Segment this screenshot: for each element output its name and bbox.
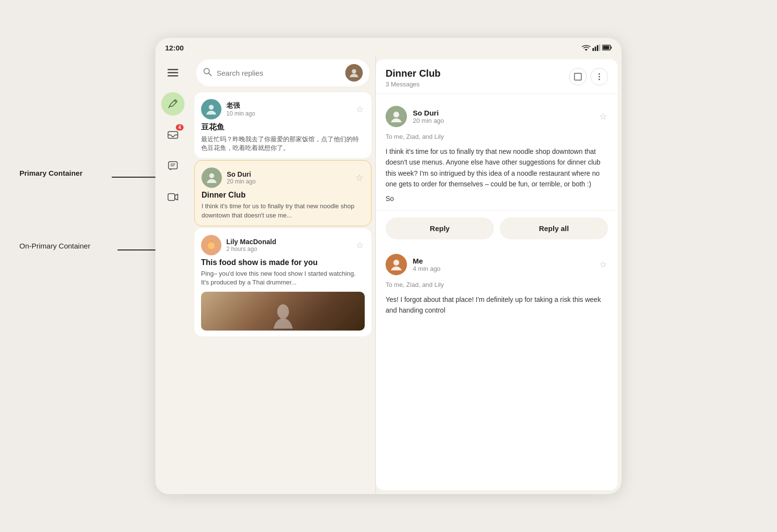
svg-rect-2 xyxy=(595,47,596,51)
svg-rect-4 xyxy=(599,44,601,51)
svg-point-37 xyxy=(393,260,399,266)
svg-point-34 xyxy=(599,76,600,78)
thread-to-2: To me, Ziad, and Lily xyxy=(386,281,608,288)
sender-name-3: Lily MacDonald xyxy=(226,238,276,246)
svg-point-24 xyxy=(209,105,214,110)
svg-rect-10 xyxy=(168,75,178,77)
thread-signature-1: So xyxy=(386,195,608,202)
svg-marker-0 xyxy=(585,49,588,51)
svg-rect-6 xyxy=(611,47,612,49)
email-preview-1: 最近忙吗？昨晚我去了你最爱的那家饭馆，点了他们的特色豆花鱼，吃着吃着就想你了。 xyxy=(201,135,365,152)
thread-star-2[interactable]: ☆ xyxy=(598,258,608,271)
thread-body-2: Yes! I forgot about that place! I'm defi… xyxy=(386,294,608,316)
email-item-2[interactable]: So Duri 20 min ago ☆ Dinner Club I think… xyxy=(194,160,372,226)
svg-rect-32 xyxy=(574,73,581,80)
thread-message-2: Me 4 min ago ☆ To me, Ziad, and Lily Yes… xyxy=(376,246,618,329)
search-input[interactable] xyxy=(217,69,340,77)
detail-header: Dinner Club 3 Messages xyxy=(376,59,618,94)
svg-point-23 xyxy=(352,69,356,74)
status-icons xyxy=(582,44,612,51)
maximize-button[interactable] xyxy=(569,68,587,85)
email-subject-2: Dinner Club xyxy=(202,191,364,200)
annotation-primary-container: Primary Container xyxy=(19,169,83,177)
sender-avatar-1 xyxy=(201,99,221,119)
svg-marker-20 xyxy=(175,194,178,200)
email-preview-2: I think it's time for us to finally try … xyxy=(202,202,364,219)
sender-time-1: 10 min ago xyxy=(226,110,255,117)
svg-rect-9 xyxy=(168,72,178,74)
annotation-on-primary: On-Primary Container xyxy=(19,242,90,250)
detail-actions xyxy=(569,68,608,85)
svg-rect-19 xyxy=(168,194,175,200)
thread-sender-time-2: 4 min ago xyxy=(413,265,440,272)
thread-sender-name-2: Me xyxy=(413,257,440,265)
email-preview-3: Ping– you'd love this new food show I st… xyxy=(201,269,365,287)
thread-sender-time-1: 20 min ago xyxy=(413,117,444,124)
svg-rect-16 xyxy=(169,162,177,169)
email-item-1[interactable]: 老强 10 min ago ☆ 豆花鱼 最近忙吗？昨晚我去了你最爱的那家饭馆，点… xyxy=(194,92,372,158)
user-avatar[interactable] xyxy=(345,64,363,82)
device-frame: 12:00 xyxy=(155,38,622,494)
sender-name-2: So Duri xyxy=(227,170,255,178)
svg-point-31 xyxy=(277,304,289,319)
nav-rail: 4 xyxy=(155,55,190,494)
reply-buttons: Reply Reply all xyxy=(376,211,618,246)
svg-line-22 xyxy=(209,73,212,76)
detail-title: Dinner Club xyxy=(386,68,440,79)
sender-time-3: 2 hours ago xyxy=(226,246,276,252)
status-time: 12:00 xyxy=(165,44,184,52)
thread-avatar-2 xyxy=(386,254,407,275)
wifi-icon xyxy=(582,44,591,51)
sender-name-1: 老强 xyxy=(226,101,255,110)
email-list: 老强 10 min ago ☆ 豆花鱼 最近忙吗？昨晚我去了你最爱的那家饭馆，点… xyxy=(190,90,375,494)
svg-rect-7 xyxy=(603,46,609,50)
svg-line-11 xyxy=(174,100,176,102)
svg-rect-3 xyxy=(597,45,598,51)
search-bar xyxy=(196,59,370,86)
sender-time-2: 20 min ago xyxy=(227,178,255,185)
more-options-button[interactable] xyxy=(591,68,608,85)
thread-sender-name-1: So Duri xyxy=(413,109,444,117)
thread-message-1: So Duri 20 min ago ☆ To me, Ziad, and Li… xyxy=(376,98,618,211)
svg-point-30 xyxy=(210,240,212,242)
email-thread: So Duri 20 min ago ☆ To me, Ziad, and Li… xyxy=(376,94,618,490)
search-icon xyxy=(203,67,212,79)
page-wrapper: Primary Container On-Primary Container 1… xyxy=(0,0,777,532)
thread-avatar-1 xyxy=(386,106,407,127)
inbox-icon[interactable]: 4 xyxy=(161,123,185,147)
star-button-3[interactable]: ☆ xyxy=(355,239,365,251)
image-placeholder xyxy=(201,292,365,331)
star-button-2[interactable]: ☆ xyxy=(355,171,364,184)
email-list-panel: 老强 10 min ago ☆ 豆花鱼 最近忙吗？昨晚我去了你最爱的那家饭馆，点… xyxy=(190,55,376,494)
reply-all-button[interactable]: Reply all xyxy=(500,217,608,239)
video-icon[interactable] xyxy=(161,185,185,209)
svg-point-33 xyxy=(599,73,600,75)
svg-point-35 xyxy=(599,79,600,80)
svg-point-36 xyxy=(393,112,399,117)
signal-icon xyxy=(592,44,600,51)
thread-body-1: I think it's time for us to finally try … xyxy=(386,146,608,190)
svg-point-25 xyxy=(209,173,214,178)
status-bar: 12:00 xyxy=(155,38,622,55)
thread-to-1: To me, Ziad, and Lily xyxy=(386,133,608,140)
email-subject-1: 豆花鱼 xyxy=(201,122,365,133)
thread-star-1[interactable]: ☆ xyxy=(598,110,608,123)
svg-rect-1 xyxy=(592,48,594,51)
email-image-preview xyxy=(201,292,365,331)
app-content: 4 xyxy=(155,55,622,494)
menu-icon[interactable] xyxy=(161,61,185,84)
sender-avatar-3 xyxy=(201,235,221,255)
reply-button[interactable]: Reply xyxy=(386,217,494,239)
email-subject-3: This food show is made for you xyxy=(201,258,365,267)
detail-message-count: 3 Messages xyxy=(386,81,440,88)
chat-icon[interactable] xyxy=(161,154,185,178)
email-item-3[interactable]: Lily MacDonald 2 hours ago ☆ This food s… xyxy=(194,228,372,336)
email-detail-panel: Dinner Club 3 Messages xyxy=(376,59,618,490)
compose-fab[interactable] xyxy=(161,92,185,116)
inbox-badge: 4 xyxy=(176,124,184,131)
star-button-1[interactable]: ☆ xyxy=(355,103,365,116)
svg-rect-8 xyxy=(168,69,178,70)
sender-avatar-2 xyxy=(202,167,222,188)
battery-icon xyxy=(602,45,612,50)
svg-line-12 xyxy=(169,106,169,108)
